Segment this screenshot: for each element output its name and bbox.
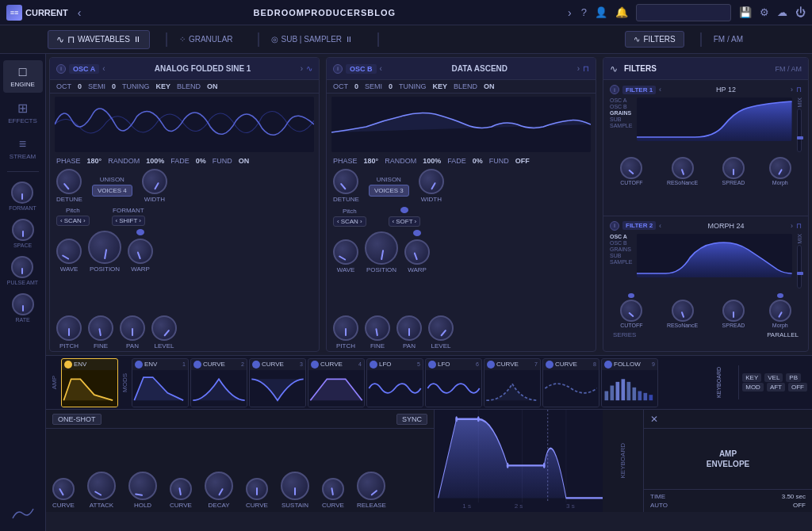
vel-button[interactable]: VEL: [764, 373, 783, 382]
filter2-cutoff-knob[interactable]: [620, 300, 642, 322]
fm-am-tab[interactable]: FM / AM: [705, 31, 752, 48]
filter2-grains[interactable]: GRAINS: [610, 246, 632, 252]
mod-button[interactable]: MOD: [742, 383, 764, 392]
osc-b-detune-knob[interactable]: [333, 169, 358, 194]
osc-b-fine-knob[interactable]: [365, 315, 390, 341]
filter1-morph-knob[interactable]: [769, 157, 791, 179]
decay-curve-knob[interactable]: [170, 478, 192, 500]
wavetables-tab[interactable]: ∿ ⊓ WAVETABLES ⏸: [48, 30, 150, 49]
filter1-info[interactable]: i: [610, 85, 619, 94]
mod-slot-curve-8[interactable]: CURVE 8: [542, 358, 599, 407]
filter1-sub[interactable]: SUB: [610, 117, 632, 122]
power-icon[interactable]: ⏻: [795, 6, 806, 18]
filter2-sample[interactable]: SAMPLE: [610, 259, 632, 265]
osc-a-pitch-knob[interactable]: [56, 315, 82, 341]
sub-pause[interactable]: ⏸: [345, 35, 353, 44]
filter1-spread-knob[interactable]: [722, 157, 745, 179]
mod-slot-lfo-6[interactable]: LFO 6: [425, 358, 482, 407]
osc-b-warp-knob[interactable]: [404, 239, 430, 265]
filter2-morph-knob[interactable]: [769, 300, 791, 322]
formant-next[interactable]: ›: [139, 217, 141, 224]
release-curve-knob[interactable]: [322, 478, 344, 500]
off-button[interactable]: OFF: [788, 383, 807, 392]
filter1-prev[interactable]: ‹: [659, 86, 661, 94]
osc-b-pitch-knob[interactable]: [333, 315, 358, 341]
save-icon[interactable]: 💾: [739, 6, 752, 18]
filter1-sample[interactable]: SAMPLE: [610, 123, 632, 128]
settings-icon[interactable]: ⚙: [760, 6, 769, 18]
mod-slot-curve-3[interactable]: CURVE 3: [249, 358, 306, 407]
cloud-icon[interactable]: ☁: [777, 6, 787, 18]
sustain-knob[interactable]: [281, 472, 309, 500]
nav-prev-button[interactable]: ‹: [75, 6, 85, 19]
filter2-sub[interactable]: SUB: [610, 253, 632, 258]
mod-slot-env-1[interactable]: ENV 1: [132, 358, 189, 407]
osc-a-pan-knob[interactable]: [120, 315, 145, 341]
fm-am-tab-label[interactable]: FM / AM: [776, 65, 802, 73]
scan-next[interactable]: ›: [83, 217, 86, 224]
osc-a-formant-control[interactable]: ‹ SHIFT ›: [112, 216, 145, 226]
clip-next[interactable]: ›: [415, 218, 417, 225]
pb-button[interactable]: PB: [786, 373, 801, 382]
osc-b-scan-control[interactable]: ‹ SCAN ›: [333, 216, 366, 227]
mod-slot-curve-4[interactable]: CURVE 4: [308, 358, 365, 407]
sidebar-item-effects[interactable]: ⊞ EFFECTS: [3, 96, 43, 129]
filter2-resonance-knob[interactable]: [672, 300, 694, 322]
osc-b-wave-knob[interactable]: [333, 239, 358, 265]
filter1-cutoff-knob[interactable]: [620, 157, 642, 179]
filter2-info[interactable]: i: [610, 221, 619, 231]
hold-knob[interactable]: [128, 472, 157, 500]
osc-b-clip-control[interactable]: ‹ SOFT ›: [389, 216, 421, 227]
sidebar-item-stream[interactable]: ≡ STREAM: [3, 132, 43, 165]
sidebar-item-engine[interactable]: □ ENGINE: [3, 60, 43, 93]
osc-b-position-knob[interactable]: [365, 231, 398, 265]
osc-a-level-knob[interactable]: [151, 315, 177, 341]
bell-icon[interactable]: 🔔: [615, 6, 628, 18]
osc-a-width-knob[interactable]: [142, 169, 167, 194]
osc-b-info[interactable]: i: [333, 64, 343, 74]
mod-slot-lfo-5[interactable]: LFO 5: [366, 358, 423, 407]
filter2-next[interactable]: ›: [791, 222, 793, 230]
osc-a-scan-control[interactable]: ‹ SCAN ›: [56, 216, 90, 226]
decay-knob[interactable]: [205, 472, 233, 500]
rate-knob[interactable]: [12, 293, 34, 315]
filter2-prev[interactable]: ‹: [659, 222, 661, 230]
osc-a-position-knob[interactable]: [88, 231, 121, 264]
sustain-curve-knob[interactable]: [246, 478, 268, 500]
mod-slot-curve-7[interactable]: CURVE 7: [484, 358, 541, 407]
filter2-osc-a[interactable]: OSC A: [610, 234, 632, 239]
filter1-next[interactable]: ›: [791, 86, 793, 94]
space-knob[interactable]: [12, 219, 34, 241]
scan-b-prev[interactable]: ‹: [337, 218, 339, 225]
filter1-mix-slider[interactable]: [797, 109, 802, 152]
close-button[interactable]: ✕: [650, 414, 658, 425]
osc-b-level-knob[interactable]: [428, 315, 454, 341]
filter1-osc-b[interactable]: OSC B: [610, 104, 632, 109]
osc-a-wave-knob[interactable]: [56, 239, 82, 264]
formant-prev[interactable]: ‹: [116, 217, 118, 224]
wavetables-pause[interactable]: ⏸: [133, 35, 141, 44]
filter2-spread-knob[interactable]: [722, 300, 745, 322]
scan-prev[interactable]: ‹: [60, 217, 63, 224]
series-label[interactable]: SERIES: [613, 331, 636, 338]
osc-b-pan-knob[interactable]: [396, 315, 422, 341]
osc-a-prev[interactable]: ‹: [102, 64, 105, 73]
sub-sampler-tab[interactable]: ◎ SUB | SAMPLER ⏸: [262, 31, 362, 48]
attack-curve-knob[interactable]: [52, 478, 75, 500]
env-sync-button[interactable]: SYNC: [396, 414, 427, 425]
filter1-osc-a[interactable]: OSC A: [610, 97, 632, 103]
parallel-label[interactable]: PARALLEL: [767, 331, 799, 338]
osc-a-detune-knob[interactable]: [56, 169, 82, 194]
env-mode-button[interactable]: ONE-SHOT: [52, 414, 102, 425]
help-icon[interactable]: ?: [581, 6, 587, 18]
filter2-osc-b[interactable]: OSC B: [610, 240, 632, 246]
osc-a-info[interactable]: i: [56, 64, 66, 74]
filter1-grains[interactable]: GRAINS: [610, 110, 632, 116]
osc-a-next[interactable]: ›: [301, 64, 303, 73]
clip-prev[interactable]: ‹: [393, 218, 395, 225]
granular-tab[interactable]: ⁘ GRANULAR: [170, 31, 242, 48]
mod-slot-curve-2[interactable]: CURVE 2: [190, 358, 247, 407]
mod-slot-env-amp[interactable]: ENV: [61, 358, 118, 407]
osc-a-warp-knob[interactable]: [128, 239, 153, 264]
key-button[interactable]: KEY: [742, 373, 761, 382]
